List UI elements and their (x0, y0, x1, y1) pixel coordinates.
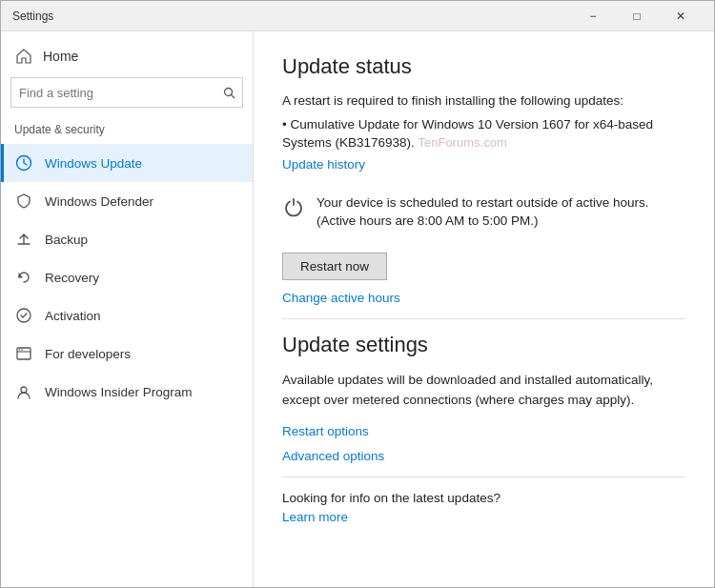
sidebar-item-label-windows-update: Windows Update (45, 156, 142, 171)
restart-schedule-row: Your device is scheduled to restart outs… (282, 185, 685, 240)
sidebar-item-backup[interactable]: Backup (1, 220, 253, 258)
activation-icon (14, 306, 33, 325)
close-button[interactable]: ✕ (659, 1, 703, 31)
sidebar-item-label-activation: Activation (45, 309, 101, 323)
update-status-title: Update status (282, 54, 685, 79)
svg-point-7 (21, 349, 23, 351)
search-box (10, 77, 243, 108)
svg-point-8 (21, 387, 27, 393)
developers-icon (14, 344, 33, 363)
sidebar-item-activation[interactable]: Activation (1, 296, 253, 335)
settings-description: Available updates will be downloaded and… (282, 371, 685, 410)
change-active-hours-link[interactable]: Change active hours (282, 291, 400, 305)
advanced-options-link[interactable]: Advanced options (282, 449, 384, 463)
divider (282, 318, 685, 319)
power-icon (282, 195, 305, 218)
search-button[interactable] (214, 77, 243, 108)
update-item-text: • Cumulative Update for Windows 10 Versi… (282, 116, 685, 152)
svg-line-1 (231, 94, 235, 98)
windows-defender-icon (14, 192, 33, 211)
content-area: Home Update & security (1, 31, 714, 587)
sidebar-section-label: Update & security (1, 119, 253, 144)
windows-update-icon (14, 153, 33, 172)
sidebar-item-label-windows-defender: Windows Defender (45, 194, 153, 209)
maximize-button[interactable]: □ (615, 1, 659, 31)
sidebar-item-for-developers[interactable]: For developers (1, 335, 253, 373)
sidebar-item-windows-update[interactable]: Windows Update (1, 144, 253, 182)
sidebar: Home Update & security (1, 31, 254, 587)
main-content: Update status A restart is required to f… (254, 31, 714, 587)
backup-icon (14, 230, 33, 249)
svg-point-0 (224, 88, 232, 95)
update-settings-title: Update settings (282, 333, 685, 357)
sidebar-item-label-recovery: Recovery (45, 271, 99, 285)
restart-now-button[interactable]: Restart now (282, 253, 387, 280)
minimize-button[interactable]: − (571, 1, 615, 31)
sidebar-item-label-windows-insider: Windows Insider Program (45, 385, 193, 399)
sidebar-item-windows-insider[interactable]: Windows Insider Program (1, 373, 253, 411)
restart-options-link[interactable]: Restart options (282, 424, 369, 438)
update-status-box: A restart is required to finish installi… (282, 92, 685, 172)
sidebar-item-windows-defender[interactable]: Windows Defender (1, 182, 253, 220)
learn-more-block: Learn more (282, 509, 685, 524)
window-title: Settings (12, 10, 571, 23)
restart-schedule-info: Your device is scheduled to restart outs… (317, 194, 685, 231)
home-label: Home (43, 49, 78, 64)
window-controls: − □ ✕ (571, 1, 703, 31)
windows-insider-icon (14, 382, 33, 401)
advanced-options-block: Advanced options (282, 448, 685, 463)
update-history-link[interactable]: Update history (282, 157, 365, 172)
change-active-hours-block: Change active hours (282, 290, 685, 305)
divider-2 (282, 476, 685, 477)
looking-for-info-text: Looking for info on the latest updates? (282, 491, 685, 505)
restart-options-block: Restart options (282, 423, 685, 438)
watermark: TenForums.com (419, 135, 507, 150)
sidebar-item-recovery[interactable]: Recovery (1, 258, 253, 296)
svg-point-6 (19, 349, 21, 351)
sidebar-item-label-for-developers: For developers (45, 347, 131, 361)
status-line: A restart is required to finish installi… (282, 92, 685, 111)
sidebar-item-home[interactable]: Home (1, 31, 253, 77)
svg-point-3 (17, 309, 31, 322)
search-input[interactable] (10, 77, 243, 108)
settings-window: Settings − □ ✕ Home (0, 0, 715, 588)
home-icon (14, 47, 33, 66)
learn-more-link[interactable]: Learn more (282, 510, 348, 524)
sidebar-item-label-backup: Backup (45, 233, 88, 247)
title-bar: Settings − □ ✕ (1, 1, 714, 31)
recovery-icon (14, 268, 33, 287)
